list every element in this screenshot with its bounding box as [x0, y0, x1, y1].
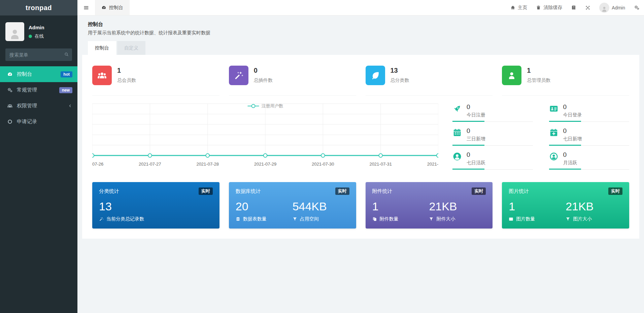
mini-stat-2: 0三日新增: [452, 126, 533, 149]
summary-cards-row: 分类统计实时13当前分类总记录数数据库统计实时20544KB数据表数量占用空间附…: [92, 182, 629, 229]
avatar: [5, 22, 24, 41]
mini-stat-label: 七日新增: [563, 136, 582, 142]
sidebar: tronpad Admin 在线 控制台hot常规管理new权限管理申请记录: [0, 0, 77, 313]
user-menu[interactable]: Admin: [595, 0, 630, 15]
user-status-label: 在线: [35, 33, 44, 39]
topbar-right: 主页 清除缓存 Admin: [506, 0, 644, 15]
user-circle-icon: [452, 152, 462, 161]
x-tick-label: 2021-08-01: [427, 162, 438, 167]
funnel-icon: [293, 217, 297, 221]
calendar-icon: [452, 128, 462, 137]
sidebar-item-0[interactable]: 控制台hot: [0, 66, 77, 82]
stat-value: 1: [527, 67, 550, 74]
search-input[interactable]: [5, 48, 72, 61]
wand-icon: [229, 66, 248, 85]
chevron-left-icon: [68, 104, 72, 108]
idcard-icon: [549, 104, 558, 113]
mini-stat-value: 0: [467, 103, 485, 111]
stat-card-2: 13总分类数: [366, 66, 493, 96]
mini-stat-progress: [452, 121, 533, 122]
sidebar-toggle-button[interactable]: [77, 0, 95, 15]
summary-card-1: 数据库统计实时20544KB数据表数量占用空间: [229, 182, 356, 229]
summary-card-footer-label: 附件数量: [380, 216, 399, 222]
summary-card-footer-label: 数据表数量: [243, 216, 267, 222]
user-name: Admin: [29, 25, 44, 30]
stat-value: 1: [117, 67, 136, 74]
stat-label: 总插件数: [254, 77, 273, 83]
user-panel: Admin 在线: [0, 15, 77, 45]
summary-card-footer: 当前分类总记录数: [99, 216, 213, 222]
summary-card-footer: 图片数量: [509, 216, 566, 222]
realtime-badge: 实时: [472, 187, 486, 195]
chart-x-axis-labels: 2021-07-262021-07-272021-07-282021-07-29…: [92, 160, 438, 168]
docs-link[interactable]: [567, 0, 581, 15]
menu-search: [5, 48, 72, 61]
summary-card-3: 图片统计实时121KB图片数量图片大小: [502, 182, 629, 229]
menu-badge: new: [59, 87, 72, 93]
page-subtitle: 用于展示当前系统中的统计数据、统计报表及重要实时数据: [88, 30, 634, 36]
mini-stats-grid: 0今日注册0今日登录0三日新增0七日新增0七日活跃0月活跃: [452, 102, 629, 173]
summary-card-value: 13: [99, 200, 213, 213]
tab-1[interactable]: 自定义: [117, 41, 145, 55]
x-tick-label: 2021-07-27: [139, 162, 161, 167]
summary-card-value: 1: [372, 200, 429, 213]
summary-card-footer: 附件数量: [372, 216, 429, 222]
sidebar-menu: 控制台hot常规管理new权限管理申请记录: [0, 66, 77, 130]
mini-stat-value: 0: [563, 103, 582, 111]
brand-logo: tronpad: [0, 0, 77, 15]
summary-card-0: 分类统计实时13当前分类总记录数: [92, 182, 219, 229]
mini-stat-progress: [452, 169, 533, 170]
dashboard-panel: 1总会员数0总插件数13总分类数1总管理员数 注册用户数 2021-07-262…: [82, 55, 639, 239]
gauge-icon: [101, 5, 106, 10]
main-area: 控制台 主页 清除缓存 Admin: [77, 0, 644, 313]
topbar-tab-label: 控制台: [109, 5, 123, 11]
line-chart: [92, 102, 438, 160]
summary-card-value: 20: [236, 200, 293, 213]
home-link[interactable]: 主页: [506, 0, 532, 15]
mini-stat-progress: [549, 145, 630, 146]
clear-cache-link[interactable]: 清除缓存: [532, 0, 567, 15]
chart-legend[interactable]: 注册用户数: [247, 103, 283, 109]
user-circle-o-icon: [549, 152, 558, 161]
summary-card-title: 数据库统计: [236, 188, 261, 195]
summary-card-value: 21KB: [566, 200, 622, 213]
summary-card-footer-label: 当前分类总记录数: [106, 216, 144, 222]
rocket-icon: [452, 104, 462, 113]
settings-button[interactable]: [630, 0, 644, 15]
mini-stat-value: 0: [563, 151, 577, 159]
menu-badge: hot: [61, 71, 72, 77]
summary-card-title: 附件统计: [372, 188, 393, 195]
funnel-icon: [566, 217, 570, 221]
sidebar-item-2[interactable]: 权限管理: [0, 98, 77, 114]
trash-icon: [536, 5, 541, 10]
copy-icon: [372, 217, 377, 221]
search-button[interactable]: [64, 52, 69, 57]
fullscreen-button[interactable]: [581, 0, 595, 15]
mini-stat-4: 0七日活跃: [452, 149, 533, 173]
mini-stat-progress: [452, 145, 533, 146]
summary-card-value: 21KB: [429, 200, 486, 213]
mini-stat-value: 0: [467, 151, 485, 159]
stat-label: 总分类数: [391, 77, 409, 83]
summary-card-footer: 图片大小: [566, 216, 622, 222]
summary-card-footer-label: 附件大小: [436, 216, 455, 222]
registered-users-chart: 注册用户数 2021-07-262021-07-272021-07-282021…: [92, 102, 438, 173]
tab-0[interactable]: 控制台: [88, 41, 116, 55]
mini-stat-progress: [549, 169, 630, 170]
legend-label: 注册用户数: [262, 103, 283, 109]
mini-stat-0: 0今日注册: [452, 102, 533, 126]
summary-card-title: 图片统计: [509, 188, 529, 195]
chart-row: 注册用户数 2021-07-262021-07-272021-07-282021…: [92, 102, 629, 173]
sidebar-item-1[interactable]: 常规管理new: [0, 82, 77, 98]
summary-card-value: 1: [509, 200, 566, 213]
stats-row: 1总会员数0总插件数13总分类数1总管理员数: [92, 66, 629, 96]
summary-card-title: 分类统计: [99, 188, 119, 195]
mini-stat-label: 月活跃: [563, 160, 577, 166]
circle-o-icon: [7, 119, 13, 125]
topbar-tab-dashboard[interactable]: 控制台: [95, 0, 130, 15]
realtime-badge: 实时: [608, 187, 622, 195]
users-icon: [7, 103, 13, 109]
legend-marker-icon: [247, 104, 260, 108]
sidebar-item-3[interactable]: 申请记录: [0, 114, 77, 130]
gears-icon: [634, 5, 640, 10]
